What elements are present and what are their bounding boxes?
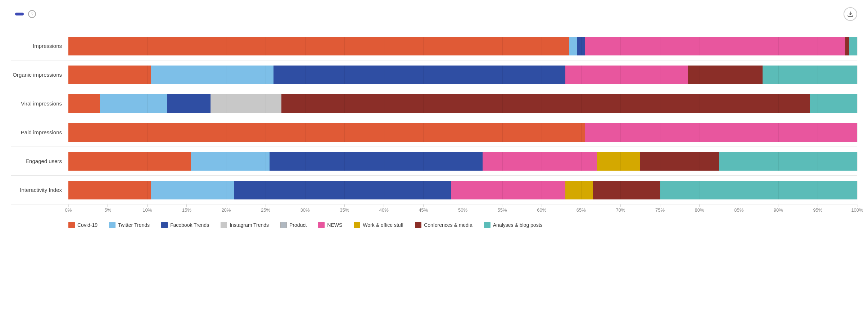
bar-segment-conferences_media bbox=[281, 94, 810, 113]
bar-segment-news bbox=[585, 123, 857, 142]
x-tick: 0% bbox=[65, 204, 72, 213]
bar-container bbox=[68, 123, 857, 142]
legend-label-analyses_blog: Analyses & blog posts bbox=[493, 222, 543, 228]
legend-item-analyses_blog: Analyses & blog posts bbox=[484, 222, 543, 228]
legend-swatch-analyses_blog bbox=[484, 222, 490, 228]
legend-item-instagram_trends: Instagram Trends bbox=[221, 222, 269, 228]
legend-item-twitter_trends: Twitter Trends bbox=[109, 222, 150, 228]
owned-data-badge[interactable] bbox=[15, 13, 24, 15]
x-tick: 85% bbox=[734, 204, 743, 213]
legend-label-work_office: Work & office stuff bbox=[363, 222, 403, 228]
bar-segment-facebook_trends bbox=[273, 66, 565, 84]
bar-segment-conferences_media bbox=[593, 181, 660, 199]
bar-segment-analyses_blog bbox=[810, 94, 857, 113]
legend-label-product: Product bbox=[289, 222, 307, 228]
bar-segment-twitter_trends bbox=[151, 66, 273, 84]
bar-segment-twitter_trends bbox=[100, 94, 167, 113]
legend-label-facebook_trends: Facebook Trends bbox=[170, 222, 209, 228]
bar-container bbox=[68, 37, 857, 55]
legend-item-work_office: Work & office stuff bbox=[354, 222, 403, 228]
legend-swatch-conferences_media bbox=[415, 222, 421, 228]
bar-segment-analyses_blog bbox=[763, 66, 857, 84]
x-tick: 40% bbox=[379, 204, 389, 213]
bar-container bbox=[68, 181, 857, 199]
x-tick: 75% bbox=[655, 204, 665, 213]
legend-swatch-twitter_trends bbox=[109, 222, 116, 228]
x-tick: 50% bbox=[458, 204, 467, 213]
bar-segment-twitter_trends bbox=[191, 152, 270, 171]
row-label: Viral impressions bbox=[11, 100, 68, 107]
row-label: Engaged users bbox=[11, 158, 68, 164]
bar-segment-twitter_trends bbox=[151, 181, 234, 199]
chart-row: Impressions bbox=[11, 32, 857, 60]
chart-row: Organic impressions bbox=[11, 60, 857, 89]
legend-item-covid19: Covid-19 bbox=[68, 222, 98, 228]
legend-label-news: NEWS bbox=[327, 222, 342, 228]
x-tick: 65% bbox=[577, 204, 586, 213]
bar-segment-covid19 bbox=[68, 37, 569, 55]
legend-item-facebook_trends: Facebook Trends bbox=[161, 222, 209, 228]
legend-swatch-covid19 bbox=[68, 222, 75, 228]
bar-container bbox=[68, 66, 857, 84]
bar-segment-covid19 bbox=[68, 181, 151, 199]
bar-segment-instagram_trends bbox=[211, 94, 281, 113]
row-label: Impressions bbox=[11, 43, 68, 49]
bar-segment-work_office bbox=[565, 181, 593, 199]
bar-segment-news bbox=[483, 152, 597, 171]
bar-segment-covid19 bbox=[68, 94, 100, 113]
bar-segment-news bbox=[585, 37, 845, 55]
row-label: Interactivity Index bbox=[11, 187, 68, 193]
legend-label-instagram_trends: Instagram Trends bbox=[230, 222, 269, 228]
bar-segment-work_office bbox=[597, 152, 641, 171]
bar-segment-facebook_trends bbox=[167, 94, 211, 113]
legend-swatch-product bbox=[280, 222, 287, 228]
x-axis: 0%5%10%15%20%25%30%35%40%45%50%55%60%65%… bbox=[68, 204, 857, 215]
legend-label-twitter_trends: Twitter Trends bbox=[118, 222, 150, 228]
chart-row: Interactivity Index bbox=[11, 176, 857, 204]
legend-swatch-work_office bbox=[354, 222, 360, 228]
bar-segment-covid19 bbox=[68, 66, 151, 84]
bar-segment-conferences_media bbox=[640, 152, 719, 171]
x-tick: 30% bbox=[300, 204, 310, 213]
legend: Covid-19Twitter TrendsFacebook TrendsIns… bbox=[68, 222, 857, 228]
chart-row: Engaged users bbox=[11, 147, 857, 176]
help-icon[interactable]: ? bbox=[28, 10, 36, 18]
legend-item-news: NEWS bbox=[318, 222, 342, 228]
x-tick: 35% bbox=[340, 204, 349, 213]
x-tick: 20% bbox=[221, 204, 231, 213]
x-tick: 15% bbox=[182, 204, 191, 213]
bar-segment-facebook_trends bbox=[577, 37, 585, 55]
x-tick: 10% bbox=[143, 204, 152, 213]
x-tick: 55% bbox=[498, 204, 507, 213]
chart-row: Paid impressions bbox=[11, 118, 857, 147]
bar-segment-analyses_blog bbox=[660, 181, 857, 199]
bar-segment-conferences_media bbox=[845, 37, 849, 55]
legend-item-product: Product bbox=[280, 222, 307, 228]
x-tick: 25% bbox=[261, 204, 270, 213]
bar-segment-conferences_media bbox=[688, 66, 763, 84]
bar-segment-analyses_blog bbox=[719, 152, 857, 171]
row-label: Paid impressions bbox=[11, 129, 68, 135]
bar-segment-news bbox=[565, 66, 688, 84]
bar-segment-facebook_trends bbox=[234, 181, 451, 199]
legend-swatch-facebook_trends bbox=[161, 222, 168, 228]
row-label: Organic impressions bbox=[11, 72, 68, 78]
bar-container bbox=[68, 94, 857, 113]
x-tick: 95% bbox=[813, 204, 822, 213]
bar-segment-twitter_trends bbox=[569, 37, 577, 55]
legend-swatch-news bbox=[318, 222, 325, 228]
x-tick: 45% bbox=[419, 204, 428, 213]
x-tick: 90% bbox=[774, 204, 783, 213]
x-tick: 60% bbox=[537, 204, 546, 213]
download-button[interactable] bbox=[844, 7, 857, 21]
bar-segment-covid19 bbox=[68, 152, 191, 171]
bar-container bbox=[68, 152, 857, 171]
bar-segment-analyses_blog bbox=[849, 37, 857, 55]
page-header: ? bbox=[11, 7, 857, 21]
chart-area: ImpressionsOrganic impressionsViral impr… bbox=[11, 32, 857, 204]
legend-label-conferences_media: Conferences & media bbox=[424, 222, 473, 228]
bar-segment-covid19 bbox=[68, 123, 585, 142]
x-tick: 80% bbox=[695, 204, 704, 213]
legend-item-conferences_media: Conferences & media bbox=[415, 222, 473, 228]
legend-swatch-instagram_trends bbox=[221, 222, 227, 228]
